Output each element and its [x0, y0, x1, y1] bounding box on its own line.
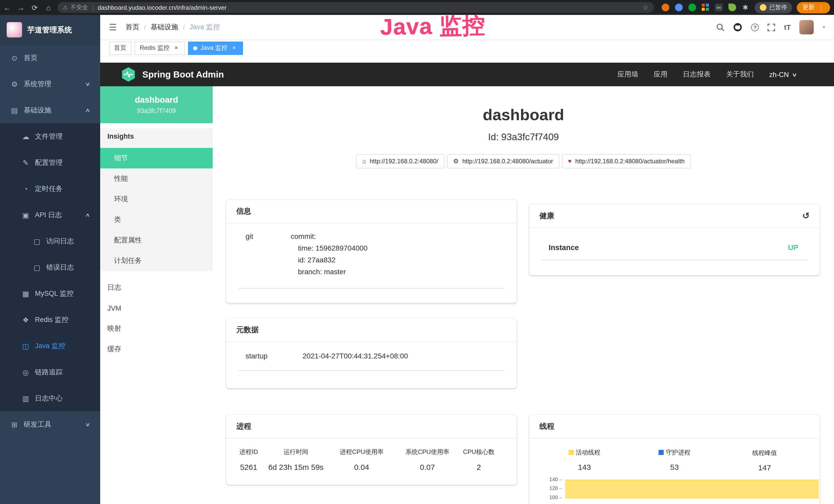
- app-logo-row[interactable]: 芋道管理系统: [0, 15, 100, 45]
- sba-iframe: Spring Boot Admin 应用墙 应用 日志报表 关于我们 zh-CN…: [100, 56, 834, 504]
- paused-badge[interactable]: 已暂停: [754, 2, 792, 13]
- card-metadata-title: 元数据: [226, 318, 517, 342]
- legend-daemon-threads: 守护进程 53: [630, 448, 720, 472]
- metadata-value: 2021-04-27T00:44:31.254+08:00: [303, 350, 408, 362]
- instance-link-actuator[interactable]: ⚙ http://192.168.0.2:48080/actuator: [447, 154, 559, 168]
- sba-item-config-props[interactable]: 配置属性: [100, 230, 213, 251]
- sba-nav-journal[interactable]: 日志报表: [683, 70, 711, 79]
- card-info-title: 信息: [226, 200, 517, 223]
- sidebar-item-dev-tools[interactable]: ⊞ 研发工具 ∨: [0, 411, 100, 437]
- threads-chart: 140 120 100: [529, 473, 820, 504]
- sidebar-item-api-logs[interactable]: ▣ API 日志 ∧: [0, 202, 100, 228]
- sba-item-logs[interactable]: 日志: [100, 277, 213, 298]
- sba-nav: 应用墙 应用 日志报表 关于我们 zh-CN ∨: [617, 70, 796, 79]
- card-process-title: 进程: [226, 415, 517, 438]
- user-avatar[interactable]: [799, 20, 814, 35]
- extension-icon-1[interactable]: [661, 4, 669, 11]
- sba-app-id: 93a3fc7f7409: [137, 107, 176, 115]
- breadcrumb-home[interactable]: 首页: [126, 23, 139, 32]
- font-size-icon[interactable]: tT: [784, 23, 791, 31]
- extension-icon-on-badge[interactable]: on: [715, 4, 723, 11]
- sba-item-scheduled-tasks[interactable]: 计划任务: [100, 251, 213, 271]
- address-bar[interactable]: ⚠ 不安全 | dashboard.yudao.iocoder.cn/infra…: [58, 2, 654, 13]
- extension-icon-3[interactable]: [688, 4, 696, 11]
- app-title: 芋道管理系统: [27, 25, 72, 35]
- sidebar-item-log-center[interactable]: ▥ 日志中心: [0, 385, 100, 411]
- screenshot-stage: ← → ⟳ ⌂ ⚠ 不安全 | dashboard.yudao.iocoder.…: [0, 0, 834, 504]
- extension-icon-2[interactable]: [675, 4, 682, 11]
- chevron-down-icon: ∨: [792, 72, 797, 77]
- infrastructure-icon: ▤: [10, 106, 19, 114]
- tag-redis-monitor[interactable]: Redis 监控 ×: [135, 41, 185, 55]
- home-icon[interactable]: ⌂: [42, 3, 56, 12]
- github-icon[interactable]: [733, 23, 743, 32]
- sba-item-metrics[interactable]: 性能: [100, 168, 213, 189]
- sidebar-item-scheduled-tasks[interactable]: ◔ 定时任务: [0, 176, 100, 202]
- sba-item-details[interactable]: 细节: [100, 148, 213, 168]
- history-icon[interactable]: ↺: [803, 210, 810, 221]
- sidebar-item-file-mgmt[interactable]: ☁ 文件管理: [0, 123, 100, 150]
- sba-app-name: dashboard: [135, 95, 178, 105]
- sba-nav-wallboard[interactable]: 应用墙: [617, 70, 638, 79]
- sba-content: dashboard Id: 93a3fc7f7409 ⌂ http://192.…: [213, 86, 834, 504]
- sidebar-item-java-monitor[interactable]: ◫ Java 监控: [0, 333, 100, 359]
- legend-peak-threads: 线程峰值 147: [720, 448, 810, 472]
- sidebar-item-redis-monitor[interactable]: ❖ Redis 监控: [0, 306, 100, 333]
- card-info: 信息 git commit: time: 1596289704000 id: 2…: [226, 200, 517, 303]
- log-center-icon: ▥: [21, 394, 30, 402]
- sba-locale-select[interactable]: zh-CN ∨: [769, 71, 796, 78]
- search-icon[interactable]: [716, 23, 725, 31]
- sidebar-item-home[interactable]: ⊙ 首页: [0, 45, 100, 71]
- dashboard-icon: ⊙: [10, 54, 19, 62]
- sba-nav-about[interactable]: 关于我们: [726, 70, 754, 79]
- gear-icon: ⚙: [10, 80, 19, 88]
- sidebar-item-access-logs[interactable]: ▢ 访问日志: [0, 228, 100, 254]
- sidebar-item-infrastructure[interactable]: ▤ 基础设施 ∧: [0, 97, 100, 123]
- sba-item-jvm[interactable]: JVM: [100, 298, 213, 318]
- sidebar-item-config-mgmt[interactable]: ✎ 配置管理: [0, 150, 100, 176]
- instance-link-home[interactable]: ⌂ http://192.168.0.2:48080/: [356, 154, 444, 168]
- close-icon[interactable]: ×: [231, 44, 238, 52]
- card-threads: 线程 活动线程 143 守护进程 53 线程峰值: [529, 415, 820, 504]
- sba-item-mappings[interactable]: 映射: [100, 318, 213, 339]
- instance-links: ⌂ http://192.168.0.2:48080/ ⚙ http://192…: [213, 154, 834, 168]
- help-icon[interactable]: ?: [751, 23, 759, 31]
- threads-legend: 活动线程 143 守护进程 53 线程峰值 147: [529, 438, 820, 472]
- process-col-cores: CPU核心数 2: [459, 448, 498, 472]
- page-title: dashboard: [213, 106, 834, 124]
- sidebar-item-trace[interactable]: ◎ 链路追踪: [0, 359, 100, 385]
- viewport: ← → ⟳ ⌂ ⚠ 不安全 | dashboard.yudao.iocoder.…: [0, 0, 834, 504]
- instance-link-health[interactable]: ♥ http://192.168.0.2:48080/actuator/heal…: [562, 154, 691, 168]
- sidebar-item-system-mgmt[interactable]: ⚙ 系统管理 ∨: [0, 71, 100, 97]
- close-icon[interactable]: ×: [173, 44, 180, 52]
- app-logo: [7, 22, 22, 38]
- sba-item-environment[interactable]: 环境: [100, 189, 213, 209]
- back-icon[interactable]: ←: [0, 3, 14, 12]
- sba-item-classes[interactable]: 类: [100, 209, 213, 230]
- breadcrumb-infrastructure[interactable]: 基础设施: [151, 23, 178, 32]
- sidebar-item-error-logs[interactable]: ▢ 错误日志: [0, 254, 100, 280]
- extension-icon-grid[interactable]: [701, 4, 709, 11]
- process-table: 进程ID 5261 运行时间 6d 23h 15m 59s 进程CPU使用率 0…: [226, 438, 517, 482]
- bookmark-star-icon[interactable]: ☆: [643, 4, 649, 11]
- forward-icon[interactable]: →: [14, 3, 28, 12]
- chevron-down-icon: ∨: [85, 421, 90, 427]
- sba-app-header[interactable]: dashboard 93a3fc7f7409: [100, 86, 213, 123]
- fullscreen-icon[interactable]: [768, 23, 775, 31]
- extension-icon-leaf[interactable]: [728, 4, 736, 11]
- update-button[interactable]: 更新 ⋮: [797, 2, 830, 13]
- tag-java-monitor[interactable]: Java 监控 ×: [188, 41, 243, 55]
- extension-icon-star[interactable]: ✱: [742, 4, 749, 11]
- tag-home[interactable]: 首页: [109, 41, 132, 55]
- chrome-menu-icon[interactable]: ⋮: [818, 4, 825, 11]
- process-col-uptime: 运行时间 6d 23h 15m 59s: [264, 448, 328, 472]
- heart-icon: ♥: [568, 158, 571, 165]
- card-health-title: 健康: [540, 211, 554, 221]
- avatar-caret-icon[interactable]: ▾: [823, 25, 825, 30]
- sidebar-item-mysql-monitor[interactable]: ▦ MySQL 监控: [0, 280, 100, 306]
- hamburger-icon[interactable]: ☰: [109, 22, 117, 32]
- sba-section-title: Insights: [100, 129, 213, 144]
- sba-item-caches[interactable]: 缓存: [100, 339, 213, 360]
- reload-icon[interactable]: ⟳: [28, 3, 42, 12]
- sba-nav-applications[interactable]: 应用: [654, 70, 667, 79]
